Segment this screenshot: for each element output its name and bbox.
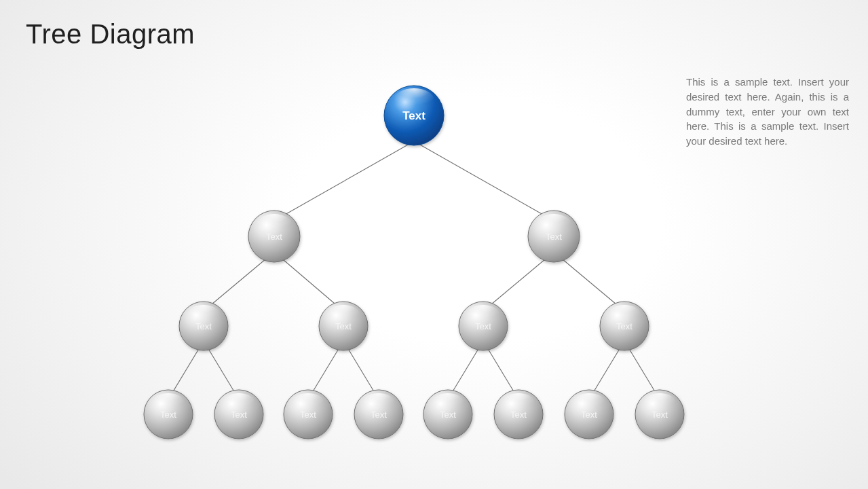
tree-node-l4-2: Text <box>284 390 333 439</box>
svg-line-2 <box>204 252 274 311</box>
tree-node-l4-0-label: Text <box>160 410 176 420</box>
tree-node-l3-1-label: Text <box>335 321 352 331</box>
tree-node-l3-2: Text <box>459 302 508 350</box>
tree-node-root: Text <box>384 86 444 145</box>
tree-node-l3-3-label: Text <box>616 321 633 331</box>
tree-node-l4-5: Text <box>494 390 543 439</box>
tree-node-l3-0: Text <box>179 302 228 350</box>
tree-diagram: Text Text Text Text Text Text <box>0 0 868 489</box>
tree-node-l4-4-label: Text <box>440 410 456 420</box>
tree-node-l2-1-label: Text <box>546 232 562 242</box>
slide-stage: Tree Diagram This is a sample text. Inse… <box>0 0 868 489</box>
tree-node-root-label: Text <box>402 109 426 122</box>
tree-node-l4-3: Text <box>354 390 403 439</box>
tree-node-l4-2-label: Text <box>300 410 316 420</box>
tree-node-l4-4: Text <box>423 390 472 439</box>
tree-node-l4-6: Text <box>565 390 614 439</box>
tree-node-l3-3: Text <box>600 302 649 350</box>
svg-line-5 <box>554 252 624 311</box>
tree-node-l4-5-label: Text <box>510 410 527 420</box>
svg-line-4 <box>483 252 554 311</box>
svg-line-0 <box>274 141 414 221</box>
tree-node-l2-0: Text <box>248 211 300 262</box>
tree-node-l4-0: Text <box>144 390 193 439</box>
tree-node-l4-7: Text <box>635 390 684 439</box>
svg-line-1 <box>414 141 554 221</box>
tree-node-l2-0-label: Text <box>266 232 282 242</box>
tree-node-l4-1: Text <box>214 390 263 439</box>
tree-node-l4-3-label: Text <box>371 410 387 420</box>
tree-node-l2-1: Text <box>528 211 580 262</box>
tree-node-l4-7-label: Text <box>652 410 668 420</box>
connectors <box>168 141 660 399</box>
tree-node-l4-6-label: Text <box>581 410 597 420</box>
tree-node-l3-2-label: Text <box>475 321 491 331</box>
tree-node-l4-1-label: Text <box>231 410 247 420</box>
tree-node-l3-0-label: Text <box>195 321 212 331</box>
svg-line-3 <box>274 252 343 311</box>
tree-node-l3-1: Text <box>319 302 368 350</box>
